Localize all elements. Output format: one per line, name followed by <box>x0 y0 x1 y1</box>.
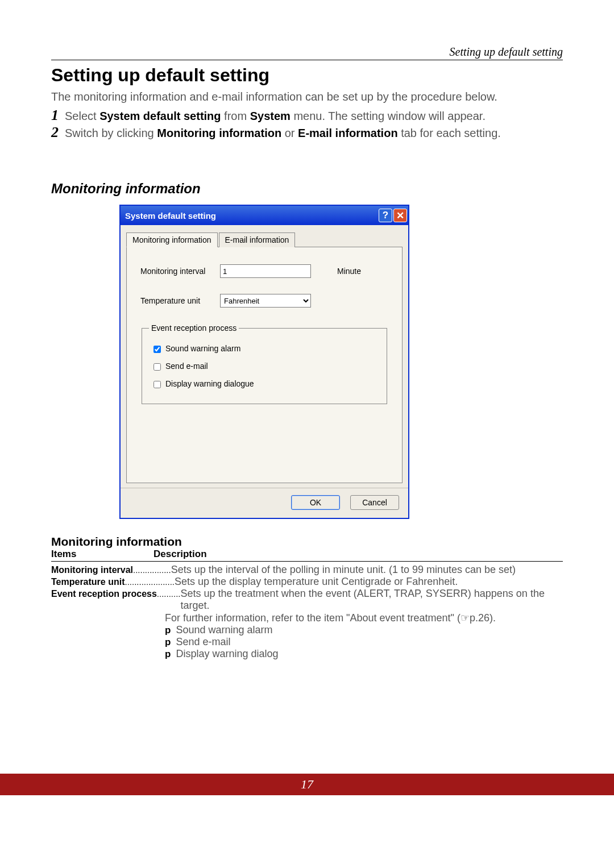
sub-heading: Monitoring information <box>51 535 563 549</box>
group-legend: Event reception process <box>149 323 239 333</box>
step-text: Select System default setting from Syste… <box>65 110 486 123</box>
header-rule <box>51 60 563 60</box>
send-email-input[interactable] <box>154 363 161 371</box>
col-description: Description <box>154 549 207 560</box>
dialog-title-text: System default setting <box>125 211 216 221</box>
send-email-checkbox[interactable]: Send e-mail <box>151 362 380 372</box>
page-title: Setting up default setting <box>51 65 563 86</box>
desc-row: Temperature unit .....................Se… <box>51 576 563 588</box>
table-column-headers: Items Description <box>51 549 563 560</box>
ok-button[interactable]: OK <box>291 495 340 510</box>
event-reception-group: Event reception process Sound warning al… <box>142 323 387 404</box>
step-number: 2 <box>51 124 65 141</box>
section-title: Monitoring information <box>51 181 563 197</box>
sound-warning-checkbox[interactable]: Sound warning alarm <box>151 344 380 355</box>
temperature-unit-label: Temperature unit <box>140 296 220 305</box>
step-2: 2 Switch by clicking Monitoring informat… <box>51 124 563 141</box>
step-text: Switch by clicking Monitoring informatio… <box>65 127 501 140</box>
monitoring-interval-input[interactable] <box>220 264 311 278</box>
interval-unit-label: Minute <box>337 267 361 276</box>
tab-monitoring-information[interactable]: Monitoring information <box>126 232 218 247</box>
temperature-unit-select[interactable]: Fahrenheit <box>220 294 311 308</box>
display-warning-input[interactable] <box>154 381 161 388</box>
dialog-titlebar: System default setting ? ✕ <box>121 206 408 225</box>
help-icon[interactable]: ? <box>379 209 392 222</box>
desc-bullets: p Sound warning alarm p Send e-mail p Di… <box>165 624 563 660</box>
page-number: 17 <box>0 774 614 795</box>
step-number: 1 <box>51 107 65 124</box>
col-items: Items <box>51 549 154 560</box>
display-warning-checkbox[interactable]: Display warning dialogue <box>151 379 380 390</box>
steps-list: 1 Select System default setting from Sys… <box>51 107 563 141</box>
cancel-button[interactable]: Cancel <box>350 495 399 510</box>
step-1: 1 Select System default setting from Sys… <box>51 107 563 124</box>
description-list: Monitoring interval ................Sets… <box>51 564 563 660</box>
intro-text: The monitoring information and e-mail in… <box>51 89 563 105</box>
dialog-button-row: OK Cancel <box>121 488 408 518</box>
desc-row: Monitoring interval ................Sets… <box>51 564 563 576</box>
close-icon[interactable]: ✕ <box>393 209 407 222</box>
desc-row: Event reception process..........Sets up… <box>51 588 563 612</box>
sound-warning-input[interactable] <box>154 346 161 353</box>
page-header-right: Setting up default setting <box>51 45 563 59</box>
tab-pane: Monitoring interval Minute Temperature u… <box>126 247 403 483</box>
sub-heading-rule <box>51 561 563 562</box>
desc-subline: For further information, refer to the it… <box>165 612 563 624</box>
system-default-setting-dialog: System default setting ? ✕ Monitoring in… <box>119 205 409 519</box>
page-footer: 17 <box>0 774 614 795</box>
tab-email-information[interactable]: E-mail information <box>219 232 296 247</box>
monitoring-interval-label: Monitoring interval <box>140 267 220 276</box>
dialog-tabs: Monitoring information E-mail informatio… <box>126 232 403 247</box>
